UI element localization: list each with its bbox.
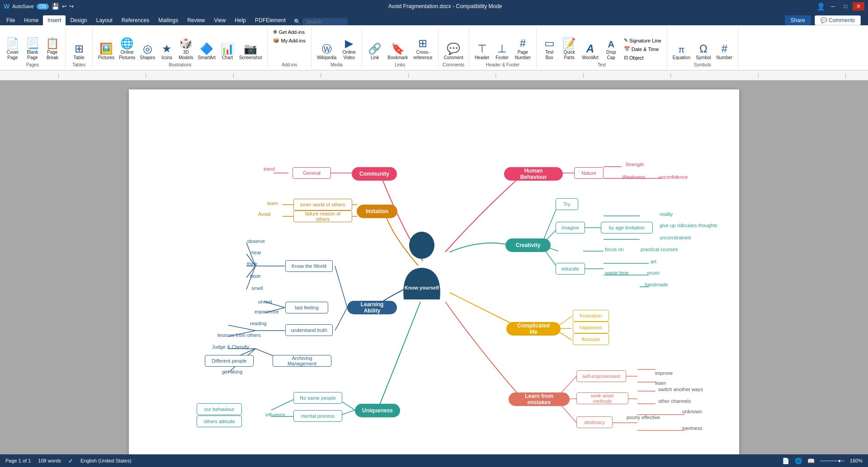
self-improvement-node[interactable]: self-improvement: [576, 370, 626, 382]
user-icon[interactable]: 👤: [816, 2, 826, 11]
page-number-btn[interactable]: # PageNumber: [513, 37, 533, 61]
tab-view[interactable]: View: [210, 15, 231, 25]
page-info: Page 1 of 1: [5, 458, 31, 463]
seek-wiser-node[interactable]: seek wiser methods: [576, 392, 628, 404]
failure-reason-node[interactable]: failure reason of others: [293, 210, 352, 222]
online-pictures-btn[interactable]: 🌐 OnlinePictures: [117, 37, 137, 61]
save-icon[interactable]: 💾: [52, 3, 59, 10]
imitation-node[interactable]: Imitation: [357, 205, 397, 218]
close-btn[interactable]: ✕: [853, 2, 864, 10]
blank-page-label: BlankPage: [27, 50, 38, 61]
know-world-node[interactable]: Know the World: [285, 260, 333, 272]
equation-btn[interactable]: π Equation: [671, 44, 692, 61]
wordart-btn[interactable]: A WordArt: [580, 42, 600, 61]
nature-node[interactable]: Nature: [574, 167, 604, 179]
human-behaviour-node[interactable]: Human Behaviour: [504, 167, 563, 181]
understand-truth-node[interactable]: understand truth: [285, 324, 333, 336]
icons-icon: ★: [162, 43, 172, 54]
object-btn[interactable]: ⊡ Object: [622, 54, 663, 61]
tab-pdfelement[interactable]: PDFElement: [250, 15, 290, 25]
share-button[interactable]: Share: [785, 15, 811, 25]
others-attitude-node[interactable]: others attitude: [197, 416, 242, 427]
archiving-mgmt-node[interactable]: Archiving Management: [273, 355, 331, 367]
tab-insert[interactable]: Insert: [43, 15, 66, 25]
symbol-btn[interactable]: Ω Symbol: [694, 42, 712, 61]
view-read-icon[interactable]: 📖: [807, 458, 815, 464]
learning-ability-node[interactable]: Learning Ability: [347, 301, 397, 314]
online-video-btn[interactable]: ▶ OnlineVideo: [340, 37, 358, 61]
uniqueness-node[interactable]: Uniqueness: [355, 404, 400, 417]
last-feeling-node[interactable]: last feeling: [285, 302, 328, 313]
frustration-node[interactable]: frustration: [573, 310, 609, 322]
shapes-btn[interactable]: ◎ Shapes: [138, 42, 157, 61]
view-web-icon[interactable]: 🌐: [795, 458, 802, 464]
zoom-slider[interactable]: ─────●─: [820, 458, 844, 463]
comment-btn[interactable]: 💬 Comment: [442, 42, 465, 61]
inner-world-node[interactable]: inner world of others: [293, 199, 352, 210]
icons-btn[interactable]: ★ Icons: [158, 42, 176, 61]
status-bar-left: Page 1 of 1 108 words ✓ English (United …: [5, 458, 132, 464]
redo-btn[interactable]: ↪: [69, 3, 74, 9]
tab-help[interactable]: Help: [230, 15, 250, 25]
center-node[interactable]: Know yourself: [395, 234, 449, 297]
art-node: art: [648, 258, 659, 265]
reality-node: reality: [657, 210, 675, 218]
blank-page-btn[interactable]: 📃 BlankPage: [24, 37, 42, 61]
my-addins-label: My Add-ins: [281, 38, 305, 43]
my-addins-btn[interactable]: 📦 My Add-ins: [271, 37, 307, 44]
get-addins-btn[interactable]: ⊕ Get Add-ins: [271, 28, 307, 36]
tab-review[interactable]: Review: [183, 15, 209, 25]
community-node[interactable]: Community: [352, 167, 397, 181]
complicated-life-node[interactable]: Complicated life: [506, 322, 561, 336]
happiness-node[interactable]: happiness: [573, 322, 609, 333]
by-age-limitation-node[interactable]: by age limitation: [601, 222, 653, 234]
table-btn[interactable]: ⊞ Table: [70, 42, 88, 61]
text-items: ▭ TextBox 📝 QuickParts A WordArt A DropC…: [540, 37, 620, 61]
our-behaviour-node[interactable]: our behaviour: [197, 403, 242, 415]
chart-btn[interactable]: 📊 Chart: [218, 42, 236, 61]
bookmark-btn[interactable]: 🔖 Bookmark: [386, 42, 410, 61]
quick-parts-btn[interactable]: 📝 QuickParts: [560, 37, 578, 61]
textbox-btn[interactable]: ▭ TextBox: [540, 37, 558, 61]
page-break-btn[interactable]: 📋 PageBreak: [43, 37, 61, 61]
creativity-node[interactable]: Creativity: [505, 238, 551, 252]
3d-models-btn[interactable]: 🎲 3DModels: [177, 37, 195, 61]
smartart-btn[interactable]: 🔷 SmartArt: [196, 42, 217, 61]
search-input[interactable]: [302, 18, 348, 25]
drop-cap-btn[interactable]: A DropCap: [602, 39, 620, 61]
learn-from-mistakes-node[interactable]: Learn from mistakes: [509, 392, 570, 406]
signature-line-btn[interactable]: ✎ Signature Line: [622, 37, 663, 44]
tab-mailings[interactable]: Mailings: [154, 15, 183, 25]
try-node[interactable]: Try: [556, 198, 578, 210]
no-same-people-node[interactable]: No same people: [293, 392, 342, 404]
restore-btn[interactable]: □: [840, 2, 851, 10]
footer-btn[interactable]: ⊥ Footer: [493, 42, 511, 61]
minimize-btn[interactable]: ─: [827, 2, 839, 10]
document-page[interactable]: Know yourself Community General trend Im…: [129, 89, 739, 454]
cover-page-btn[interactable]: 📄 CoverPage: [4, 37, 22, 61]
fluctuate-node[interactable]: fluctuate: [573, 333, 609, 345]
tab-layout[interactable]: Layout: [92, 15, 117, 25]
cross-reference-btn[interactable]: ⊞ Cross-reference: [411, 37, 434, 61]
diff-people-node[interactable]: Different people: [205, 355, 254, 367]
comments-button[interactable]: 💬 Comments: [815, 15, 861, 25]
general-node[interactable]: General: [292, 167, 331, 179]
header-btn[interactable]: ⊤ Header: [473, 42, 491, 61]
wikipedia-btn[interactable]: Ⓦ Wikipedia: [315, 43, 338, 61]
tab-home[interactable]: Home: [19, 15, 43, 25]
tab-references[interactable]: References: [117, 15, 154, 25]
mental-process-node[interactable]: mental process: [293, 410, 342, 422]
date-time-btn[interactable]: 📅 Date & Time: [622, 45, 663, 53]
tab-design[interactable]: Design: [66, 15, 91, 25]
imagine-node[interactable]: imagine: [556, 222, 585, 234]
tab-file[interactable]: File: [2, 15, 19, 25]
screenshot-btn[interactable]: 📷 Screenshot: [237, 42, 264, 61]
view-print-icon[interactable]: 📄: [782, 458, 789, 464]
pictures-btn[interactable]: 🖼️ Pictures: [96, 42, 116, 61]
undo-btn[interactable]: ↩: [62, 3, 66, 9]
autosave-toggle[interactable]: ON: [37, 4, 49, 9]
educate-node[interactable]: educate: [556, 263, 585, 275]
link-btn[interactable]: 🔗 Link: [366, 42, 384, 61]
obstinacy-node[interactable]: obstinacy: [576, 416, 613, 428]
number-btn[interactable]: # Number: [715, 42, 735, 61]
